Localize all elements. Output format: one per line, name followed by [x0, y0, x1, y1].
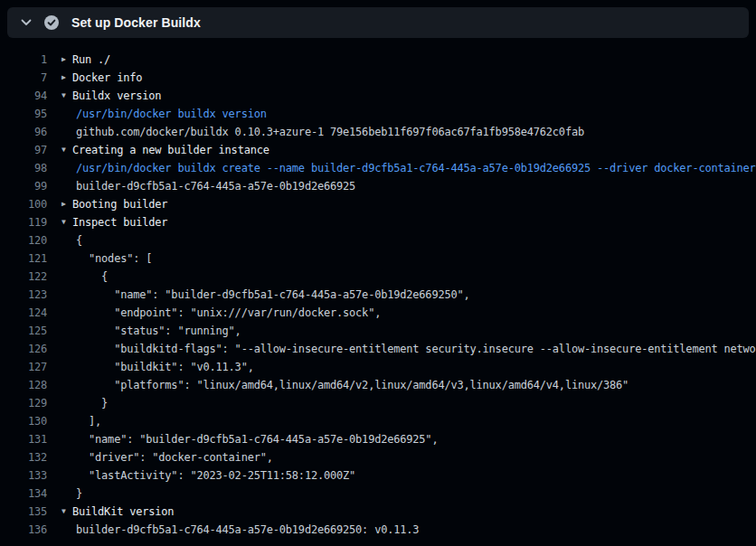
log-output-text: "nodes": [: [76, 249, 152, 268]
log-group-header[interactable]: ▶Docker info: [61, 69, 142, 87]
line-number[interactable]: 124: [0, 304, 47, 322]
log-output-text: "name": "builder-d9cfb5a1-c764-445a-a57e…: [76, 430, 438, 448]
log-line: 130 ],: [0, 412, 756, 430]
line-number[interactable]: 119: [0, 213, 47, 231]
log-line: 134}: [0, 485, 756, 503]
log-line: 119▼Inspect builder: [0, 213, 756, 231]
log-command-text: /usr/bin/docker buildx create --name bui…: [76, 159, 756, 177]
log-output-text: {: [76, 231, 82, 249]
line-number[interactable]: 97: [0, 141, 47, 159]
log-group-title: Booting builder: [72, 195, 167, 213]
line-number[interactable]: 126: [0, 340, 47, 358]
line-number[interactable]: 134: [0, 485, 47, 503]
log-line: 99builder-d9cfb5a1-c764-445a-a57e-0b19d2…: [0, 177, 756, 195]
log-line: 123 "name": "builder-d9cfb5a1-c764-445a-…: [0, 286, 756, 304]
log-group-header[interactable]: ▼Buildx version: [61, 87, 161, 105]
line-number[interactable]: 135: [0, 503, 47, 521]
line-number[interactable]: 99: [0, 177, 47, 195]
log-line: 122 {: [0, 268, 756, 286]
line-number[interactable]: 96: [0, 123, 47, 141]
line-number[interactable]: 128: [0, 376, 47, 394]
log-line: 127 "buildkit": "v0.11.3",: [0, 358, 756, 376]
log-line: 7▶Docker info: [0, 69, 756, 87]
log-group-title: BuildKit version: [72, 503, 174, 521]
log-line: 98/usr/bin/docker buildx create --name b…: [0, 159, 756, 177]
log-line: 125 "status": "running",: [0, 322, 756, 340]
triangle-down-icon[interactable]: ▼: [61, 503, 72, 521]
log-output-text: "name": "builder-d9cfb5a1-c764-445a-a57e…: [76, 286, 470, 304]
log-group-title: Run ./: [72, 51, 110, 69]
log-output-text: "driver": "docker-container",: [76, 448, 273, 466]
log-output-text: builder-d9cfb5a1-c764-445a-a57e-0b19d2e6…: [76, 177, 355, 195]
log-line: 95/usr/bin/docker buildx version: [0, 105, 756, 123]
actions-log-viewer: { "header": { "title": "Set up Docker Bu…: [0, 0, 756, 546]
line-number[interactable]: 94: [0, 87, 47, 105]
log-group-header[interactable]: ▼Creating a new builder instance: [61, 141, 269, 159]
log-line: 128 "platforms": "linux/amd64,linux/amd6…: [0, 376, 756, 394]
line-number[interactable]: 1: [0, 51, 47, 69]
line-number[interactable]: 7: [0, 69, 47, 87]
log-group-title: Creating a new builder instance: [72, 141, 269, 159]
check-circle-icon: [44, 15, 59, 30]
triangle-down-icon[interactable]: ▼: [61, 213, 72, 231]
log-output-text: "endpoint": "unix:///var/run/docker.sock…: [76, 304, 381, 322]
line-number[interactable]: 95: [0, 105, 47, 123]
log-line: 97▼Creating a new builder instance: [0, 141, 756, 159]
step-header[interactable]: Set up Docker Buildx: [7, 7, 749, 38]
log-output-text: "buildkit": "v0.11.3",: [76, 358, 254, 376]
triangle-right-icon[interactable]: ▶: [61, 195, 72, 213]
line-number[interactable]: 129: [0, 394, 47, 412]
log-group-title: Buildx version: [72, 87, 161, 105]
triangle-down-icon[interactable]: ▼: [61, 141, 72, 159]
line-number[interactable]: 100: [0, 195, 47, 213]
log-output-text: }: [76, 394, 108, 412]
step-title: Set up Docker Buildx: [71, 15, 201, 30]
line-number[interactable]: 121: [0, 249, 47, 268]
log-line: 136builder-d9cfb5a1-c764-445a-a57e-0b19d…: [0, 521, 756, 539]
log-line: 126 "buildkitd-flags": "--allow-insecure…: [0, 340, 756, 358]
log-group-title: Docker info: [72, 69, 142, 87]
line-number[interactable]: 130: [0, 412, 47, 430]
line-number[interactable]: 122: [0, 268, 47, 286]
log-group-header[interactable]: ▶Run ./: [61, 51, 110, 69]
line-number[interactable]: 123: [0, 286, 47, 304]
log-line: 120{: [0, 231, 756, 249]
line-number[interactable]: 136: [0, 521, 47, 539]
log-line: 100▶Booting builder: [0, 195, 756, 213]
log-lines: 1▶Run ./7▶Docker info94▼Buildx version95…: [0, 51, 756, 539]
log-group-header[interactable]: ▼Inspect builder: [61, 213, 167, 231]
log-line: 124 "endpoint": "unix:///var/run/docker.…: [0, 304, 756, 322]
log-line: 131 "name": "builder-d9cfb5a1-c764-445a-…: [0, 430, 756, 448]
line-number[interactable]: 132: [0, 448, 47, 466]
log-command-text: /usr/bin/docker buildx version: [76, 105, 267, 123]
log-line: 129 }: [0, 394, 756, 412]
log-line: 1▶Run ./: [0, 51, 756, 69]
log-line: 94▼Buildx version: [0, 87, 756, 105]
line-number[interactable]: 125: [0, 322, 47, 340]
log-output-text: "lastActivity": "2023-02-25T11:58:12.000…: [76, 466, 355, 485]
log-output-text: github.com/docker/buildx 0.10.3+azure-1 …: [76, 123, 584, 141]
line-number[interactable]: 131: [0, 430, 47, 448]
log-group-header[interactable]: ▼BuildKit version: [61, 503, 174, 521]
log-line: 135▼BuildKit version: [0, 503, 756, 521]
triangle-down-icon[interactable]: ▼: [61, 87, 72, 105]
line-number[interactable]: 133: [0, 466, 47, 485]
triangle-right-icon[interactable]: ▶: [61, 69, 72, 87]
line-number[interactable]: 127: [0, 358, 47, 376]
line-number[interactable]: 98: [0, 159, 47, 177]
log-line: 121 "nodes": [: [0, 249, 756, 268]
log-output-text: ],: [76, 412, 101, 430]
log-output-text: {: [76, 268, 108, 286]
log-output-text: "platforms": "linux/amd64,linux/amd64/v2…: [76, 376, 628, 394]
log-output-text: builder-d9cfb5a1-c764-445a-a57e-0b19d2e6…: [76, 521, 419, 539]
chevron-down-icon[interactable]: [19, 15, 33, 30]
log-output-text: "status": "running",: [76, 322, 241, 340]
log-output-text: }: [76, 485, 82, 503]
log-group-header[interactable]: ▶Booting builder: [61, 195, 167, 213]
log-line: 96github.com/docker/buildx 0.10.3+azure-…: [0, 123, 756, 141]
triangle-right-icon[interactable]: ▶: [61, 51, 72, 69]
log-line: 132 "driver": "docker-container",: [0, 448, 756, 466]
log-line: 133 "lastActivity": "2023-02-25T11:58:12…: [0, 466, 756, 485]
log-group-title: Inspect builder: [72, 213, 167, 231]
line-number[interactable]: 120: [0, 231, 47, 249]
